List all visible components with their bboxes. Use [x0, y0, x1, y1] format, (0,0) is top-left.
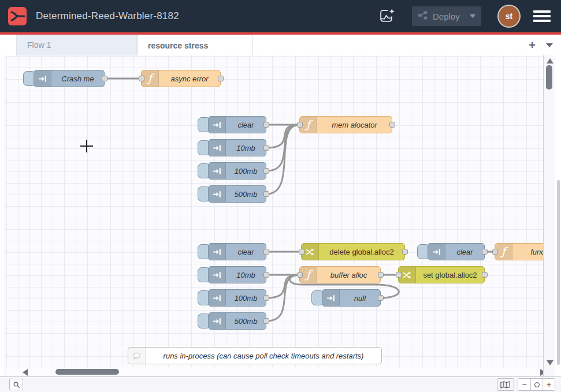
- flow-node-100mb-1[interactable]: 100mb: [208, 162, 266, 180]
- inject-arrow-icon: [34, 70, 51, 87]
- app-logo-icon[interactable]: [8, 7, 27, 25]
- flow-node-10mb-2[interactable]: 10mb: [208, 266, 266, 283]
- magnifier-icon: [13, 381, 20, 389]
- flow-node-10mb-1[interactable]: 10mb: [208, 139, 266, 156]
- menu-icon[interactable]: [533, 8, 551, 24]
- flow-node-crash-me[interactable]: Crash me: [34, 70, 105, 87]
- input-port[interactable]: [396, 272, 402, 278]
- flow-tabbar: Flow 1 resource stress +: [0, 35, 561, 55]
- flow-node-100mb-2[interactable]: 100mb: [208, 289, 266, 307]
- flow-node-mem-alocator[interactable]: ƒmem alocator: [299, 116, 392, 133]
- output-port[interactable]: [378, 295, 384, 301]
- deploy-nodes-icon: [418, 11, 428, 22]
- flow-node-delete-global-alloc2[interactable]: delete global.alloc2: [301, 243, 405, 260]
- output-port[interactable]: [402, 249, 408, 255]
- node-label: Crash me: [51, 70, 104, 87]
- deploy-chevron-down-icon[interactable]: [470, 14, 475, 18]
- tab-resource-stress[interactable]: resource stress: [137, 35, 252, 55]
- zoom-controls: − +: [518, 378, 555, 391]
- inject-arrow-icon: [209, 267, 226, 283]
- deploy-button[interactable]: Deploy: [412, 6, 481, 26]
- user-avatar[interactable]: st: [499, 6, 519, 27]
- output-port[interactable]: [218, 76, 224, 81]
- output-port[interactable]: [389, 122, 395, 128]
- output-port[interactable]: [482, 249, 488, 255]
- flow-list-chevron-down-icon[interactable]: [546, 43, 553, 47]
- flow-node-clear-2[interactable]: clear: [208, 243, 266, 260]
- flow-node-null-inject[interactable]: null: [322, 289, 381, 307]
- node-label: 10mb: [226, 267, 266, 283]
- zoom-out-button[interactable]: −: [518, 379, 530, 390]
- flow-node-comment-note[interactable]: runs in-process (can cause poll check ti…: [128, 347, 382, 364]
- inject-arrow-icon: [428, 244, 445, 260]
- horizontal-scroll-thumb[interactable]: [55, 369, 119, 375]
- flow-node-500mb-1[interactable]: 500mb: [208, 185, 266, 203]
- output-port[interactable]: [263, 295, 269, 301]
- footer-bar: − +: [0, 376, 561, 392]
- node-label: delete global.alloc2: [319, 244, 404, 260]
- tab-flow-1[interactable]: Flow 1: [16, 35, 137, 55]
- node-label: mem alocator: [317, 117, 392, 133]
- inject-arrow-icon: [209, 140, 226, 156]
- workspace-title: Determined-Reed-Warbler-8182: [36, 10, 179, 22]
- ai-assistant-icon[interactable]: [377, 6, 397, 26]
- node-label: clear: [445, 244, 484, 260]
- node-label: 100mb: [226, 290, 266, 306]
- scroll-down-icon[interactable]: [547, 360, 553, 365]
- node-label: 500mb: [226, 313, 266, 329]
- node-label: clear: [226, 244, 266, 260]
- inject-arrow-icon: [322, 290, 340, 306]
- flow-node-500mb-2[interactable]: 500mb: [208, 312, 266, 330]
- scroll-up-icon[interactable]: [547, 58, 553, 64]
- scroll-left-icon[interactable]: [23, 369, 28, 376]
- flow-node-buffer-alloc[interactable]: ƒbuffer alloc: [299, 266, 381, 283]
- flow-node-function-node[interactable]: ƒfunction: [495, 243, 544, 260]
- output-port[interactable]: [102, 76, 107, 81]
- sidebar-resize-grip[interactable]: [557, 180, 560, 365]
- input-port[interactable]: [492, 249, 498, 255]
- inject-arrow-icon: [209, 290, 226, 306]
- node-label: 10mb: [226, 140, 266, 156]
- node-label: clear: [226, 117, 266, 133]
- zoom-in-button[interactable]: +: [543, 379, 555, 390]
- inject-arrow-icon: [209, 244, 226, 260]
- output-port[interactable]: [482, 272, 488, 278]
- output-port[interactable]: [263, 122, 269, 128]
- vertical-scroll-thumb[interactable]: [546, 65, 552, 89]
- flow-node-clear-3[interactable]: clear: [428, 243, 485, 260]
- horizontal-scrollbar[interactable]: [5, 367, 544, 376]
- input-port[interactable]: [297, 122, 303, 128]
- node-label: 500mb: [226, 186, 266, 202]
- flow-node-set-global-alloc2[interactable]: set global.alloc2: [398, 266, 485, 283]
- header-bar: Determined-Reed-Warbler-8182 De: [0, 0, 561, 32]
- add-flow-button[interactable]: +: [529, 39, 536, 51]
- flow-canvas[interactable]: Crash meƒasync errorclear10mb100mb500mbƒ…: [5, 55, 544, 376]
- navigator-map-icon: [500, 381, 511, 389]
- node-label: 100mb: [226, 163, 266, 179]
- search-button[interactable]: [9, 379, 23, 390]
- output-port[interactable]: [263, 145, 269, 151]
- inject-arrow-icon: [209, 117, 226, 133]
- output-port[interactable]: [263, 318, 269, 324]
- inject-arrow-icon: [209, 313, 226, 329]
- node-label: buffer alloc: [317, 267, 380, 283]
- output-port[interactable]: [263, 249, 269, 255]
- node-label: set global.alloc2: [416, 267, 484, 283]
- flow-node-async-error[interactable]: ƒasync error: [141, 70, 221, 87]
- input-port[interactable]: [139, 76, 144, 81]
- inject-arrow-icon: [209, 163, 226, 179]
- zoom-reset-button[interactable]: [530, 379, 543, 390]
- output-port[interactable]: [263, 168, 269, 174]
- navigator-toggle-button[interactable]: [497, 378, 514, 391]
- vertical-scrollbar[interactable]: [544, 55, 555, 376]
- input-port[interactable]: [299, 249, 304, 255]
- output-port[interactable]: [263, 191, 269, 197]
- node-label: function: [512, 244, 544, 260]
- inject-arrow-icon: [209, 186, 226, 202]
- nodes-layer: Crash meƒasync errorclear10mb100mb500mbƒ…: [5, 55, 544, 367]
- output-port[interactable]: [263, 272, 269, 278]
- output-port[interactable]: [378, 272, 384, 278]
- input-port[interactable]: [297, 272, 303, 278]
- flow-node-clear-1[interactable]: clear: [208, 116, 266, 133]
- node-label: runs in-process (can cause poll check ti…: [146, 348, 381, 364]
